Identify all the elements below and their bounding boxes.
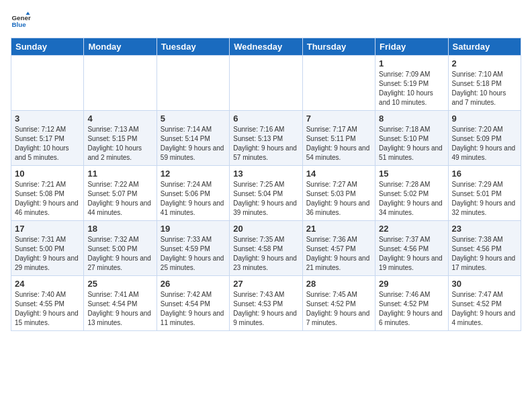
calendar-week-row: 24Sunrise: 7:40 AM Sunset: 4:55 PM Dayli… <box>11 276 521 331</box>
calendar-cell: 23Sunrise: 7:38 AM Sunset: 4:56 PM Dayli… <box>448 221 521 276</box>
day-info: Sunrise: 7:12 AM Sunset: 5:17 PM Dayligh… <box>15 125 80 163</box>
svg-text:Blue: Blue <box>12 21 27 28</box>
calendar-week-row: 17Sunrise: 7:31 AM Sunset: 5:00 PM Dayli… <box>11 221 521 276</box>
day-info: Sunrise: 7:45 AM Sunset: 4:52 PM Dayligh… <box>306 290 371 328</box>
day-info: Sunrise: 7:29 AM Sunset: 5:01 PM Dayligh… <box>452 180 517 218</box>
day-number: 3 <box>15 113 80 124</box>
calendar-cell: 17Sunrise: 7:31 AM Sunset: 5:00 PM Dayli… <box>11 221 84 276</box>
day-number: 16 <box>452 169 517 179</box>
calendar-cell: 1Sunrise: 7:09 AM Sunset: 5:19 PM Daylig… <box>375 56 448 111</box>
day-number: 28 <box>306 279 371 289</box>
calendar-cell <box>157 56 229 111</box>
calendar-cell: 20Sunrise: 7:35 AM Sunset: 4:58 PM Dayli… <box>230 221 302 276</box>
day-number: 13 <box>233 169 298 179</box>
calendar-cell: 7Sunrise: 7:17 AM Sunset: 5:11 PM Daylig… <box>302 111 375 166</box>
header: General Blue <box>11 11 521 31</box>
calendar-cell: 26Sunrise: 7:42 AM Sunset: 4:54 PM Dayli… <box>157 276 229 331</box>
day-of-week-header: Tuesday <box>157 38 229 56</box>
calendar-week-row: 10Sunrise: 7:21 AM Sunset: 5:08 PM Dayli… <box>11 166 521 221</box>
calendar-cell: 11Sunrise: 7:22 AM Sunset: 5:07 PM Dayli… <box>84 166 157 221</box>
calendar-cell: 29Sunrise: 7:46 AM Sunset: 4:52 PM Dayli… <box>375 276 448 331</box>
calendar-cell: 16Sunrise: 7:29 AM Sunset: 5:01 PM Dayli… <box>448 166 521 221</box>
day-info: Sunrise: 7:13 AM Sunset: 5:15 PM Dayligh… <box>87 125 152 163</box>
calendar-cell: 14Sunrise: 7:27 AM Sunset: 5:03 PM Dayli… <box>302 166 375 221</box>
calendar-cell: 6Sunrise: 7:16 AM Sunset: 5:13 PM Daylig… <box>230 111 302 166</box>
day-info: Sunrise: 7:18 AM Sunset: 5:10 PM Dayligh… <box>379 125 444 163</box>
logo: General Blue <box>11 11 34 31</box>
day-info: Sunrise: 7:32 AM Sunset: 5:00 PM Dayligh… <box>87 235 152 273</box>
calendar-cell: 27Sunrise: 7:43 AM Sunset: 4:53 PM Dayli… <box>230 276 302 331</box>
day-number: 14 <box>306 169 371 179</box>
day-number: 20 <box>233 224 298 234</box>
calendar-cell: 24Sunrise: 7:40 AM Sunset: 4:55 PM Dayli… <box>11 276 84 331</box>
calendar-cell: 12Sunrise: 7:24 AM Sunset: 5:06 PM Dayli… <box>157 166 229 221</box>
day-info: Sunrise: 7:43 AM Sunset: 4:53 PM Dayligh… <box>233 290 298 328</box>
day-info: Sunrise: 7:22 AM Sunset: 5:07 PM Dayligh… <box>87 180 152 218</box>
day-number: 9 <box>452 113 517 124</box>
day-info: Sunrise: 7:33 AM Sunset: 4:59 PM Dayligh… <box>161 235 226 273</box>
day-info: Sunrise: 7:21 AM Sunset: 5:08 PM Dayligh… <box>15 180 80 218</box>
calendar-cell: 9Sunrise: 7:20 AM Sunset: 5:09 PM Daylig… <box>448 111 521 166</box>
day-number: 12 <box>161 169 226 179</box>
day-number: 22 <box>379 224 444 234</box>
calendar-cell: 18Sunrise: 7:32 AM Sunset: 5:00 PM Dayli… <box>84 221 157 276</box>
day-number: 23 <box>452 224 517 234</box>
calendar-cell <box>11 56 84 111</box>
calendar-cell: 21Sunrise: 7:36 AM Sunset: 4:57 PM Dayli… <box>302 221 375 276</box>
day-info: Sunrise: 7:10 AM Sunset: 5:18 PM Dayligh… <box>452 70 517 107</box>
day-number: 26 <box>161 279 226 289</box>
calendar-cell <box>84 56 157 111</box>
day-number: 7 <box>306 113 371 124</box>
day-info: Sunrise: 7:28 AM Sunset: 5:02 PM Dayligh… <box>379 180 444 218</box>
calendar-cell <box>302 56 375 111</box>
day-info: Sunrise: 7:14 AM Sunset: 5:14 PM Dayligh… <box>161 125 226 163</box>
day-number: 1 <box>379 58 444 68</box>
day-of-week-header: Monday <box>84 38 157 56</box>
day-info: Sunrise: 7:41 AM Sunset: 4:54 PM Dayligh… <box>87 290 152 328</box>
calendar-table: SundayMondayTuesdayWednesdayThursdayFrid… <box>11 38 521 331</box>
day-number: 17 <box>15 224 80 234</box>
day-info: Sunrise: 7:36 AM Sunset: 4:57 PM Dayligh… <box>306 235 371 273</box>
day-of-week-header: Friday <box>375 38 448 56</box>
calendar-cell: 28Sunrise: 7:45 AM Sunset: 4:52 PM Dayli… <box>302 276 375 331</box>
day-of-week-header: Sunday <box>11 38 84 56</box>
day-info: Sunrise: 7:20 AM Sunset: 5:09 PM Dayligh… <box>452 125 517 163</box>
day-of-week-header: Saturday <box>448 38 521 56</box>
calendar-cell: 3Sunrise: 7:12 AM Sunset: 5:17 PM Daylig… <box>11 111 84 166</box>
day-of-week-header: Wednesday <box>230 38 302 56</box>
calendar-cell: 19Sunrise: 7:33 AM Sunset: 4:59 PM Dayli… <box>157 221 229 276</box>
day-info: Sunrise: 7:24 AM Sunset: 5:06 PM Dayligh… <box>161 180 226 218</box>
calendar-week-row: 1Sunrise: 7:09 AM Sunset: 5:19 PM Daylig… <box>11 56 521 111</box>
day-info: Sunrise: 7:40 AM Sunset: 4:55 PM Dayligh… <box>15 290 80 328</box>
day-info: Sunrise: 7:09 AM Sunset: 5:19 PM Dayligh… <box>379 70 444 107</box>
day-number: 21 <box>306 224 371 234</box>
calendar-cell: 30Sunrise: 7:47 AM Sunset: 4:52 PM Dayli… <box>448 276 521 331</box>
day-number: 24 <box>15 279 80 289</box>
day-number: 18 <box>87 224 152 234</box>
day-info: Sunrise: 7:37 AM Sunset: 4:56 PM Dayligh… <box>379 235 444 273</box>
calendar-cell: 5Sunrise: 7:14 AM Sunset: 5:14 PM Daylig… <box>157 111 229 166</box>
calendar-week-row: 3Sunrise: 7:12 AM Sunset: 5:17 PM Daylig… <box>11 111 521 166</box>
calendar-cell: 25Sunrise: 7:41 AM Sunset: 4:54 PM Dayli… <box>84 276 157 331</box>
day-number: 25 <box>87 279 152 289</box>
day-number: 10 <box>15 169 80 179</box>
day-number: 5 <box>161 113 226 124</box>
day-info: Sunrise: 7:25 AM Sunset: 5:04 PM Dayligh… <box>233 180 298 218</box>
calendar-cell: 2Sunrise: 7:10 AM Sunset: 5:18 PM Daylig… <box>448 56 521 111</box>
calendar-cell: 8Sunrise: 7:18 AM Sunset: 5:10 PM Daylig… <box>375 111 448 166</box>
day-number: 19 <box>161 224 226 234</box>
day-info: Sunrise: 7:42 AM Sunset: 4:54 PM Dayligh… <box>161 290 226 328</box>
day-info: Sunrise: 7:17 AM Sunset: 5:11 PM Dayligh… <box>306 125 371 163</box>
calendar-cell <box>230 56 302 111</box>
day-number: 11 <box>87 169 152 179</box>
calendar-cell: 22Sunrise: 7:37 AM Sunset: 4:56 PM Dayli… <box>375 221 448 276</box>
day-number: 2 <box>452 58 517 68</box>
calendar-header-row: SundayMondayTuesdayWednesdayThursdayFrid… <box>11 38 521 56</box>
day-number: 29 <box>379 279 444 289</box>
day-number: 4 <box>87 113 152 124</box>
day-info: Sunrise: 7:46 AM Sunset: 4:52 PM Dayligh… <box>379 290 444 328</box>
calendar-cell: 15Sunrise: 7:28 AM Sunset: 5:02 PM Dayli… <box>375 166 448 221</box>
day-number: 15 <box>379 169 444 179</box>
day-number: 30 <box>452 279 517 289</box>
day-info: Sunrise: 7:35 AM Sunset: 4:58 PM Dayligh… <box>233 235 298 273</box>
